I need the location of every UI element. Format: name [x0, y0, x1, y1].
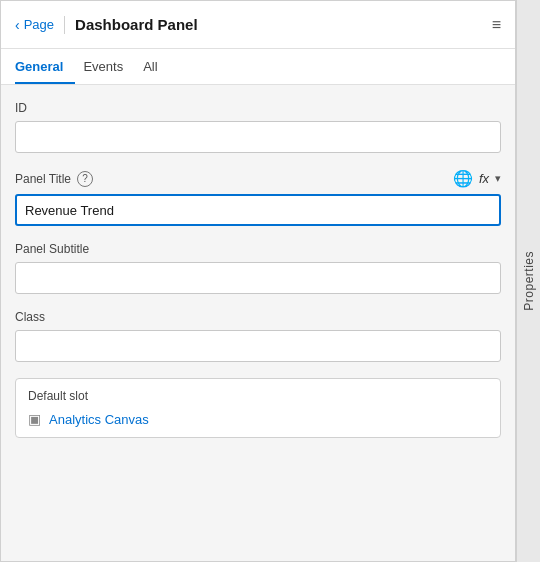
fx-icon[interactable]: fx — [479, 171, 489, 186]
panel-title-field-group: Panel Title ? 🌐 fx ▾ — [15, 169, 501, 226]
panel-title-label-row: Panel Title ? 🌐 fx ▾ — [15, 169, 501, 188]
hamburger-menu-icon[interactable]: ≡ — [492, 16, 501, 34]
globe-icon[interactable]: 🌐 — [453, 169, 473, 188]
default-slot-box: Default slot ▣ Analytics Canvas — [15, 378, 501, 438]
back-chevron-icon: ‹ — [15, 17, 20, 33]
slot-item[interactable]: ▣ Analytics Canvas — [28, 411, 488, 427]
slot-item-icon: ▣ — [28, 411, 41, 427]
tabs-row: General Events All — [1, 49, 515, 85]
class-label: Class — [15, 310, 501, 324]
slot-item-label: Analytics Canvas — [49, 412, 149, 427]
dropdown-arrow-icon[interactable]: ▾ — [495, 172, 501, 185]
header: ‹ Page Dashboard Panel ≡ — [1, 1, 515, 49]
header-divider — [64, 16, 65, 34]
panel-title-actions: 🌐 fx ▾ — [453, 169, 501, 188]
panel-subtitle-label: Panel Subtitle — [15, 242, 501, 256]
content-area: ID Panel Title ? 🌐 fx ▾ Panel Subtitle — [1, 85, 515, 561]
tab-all[interactable]: All — [143, 49, 169, 84]
panel-subtitle-input[interactable] — [15, 262, 501, 294]
tab-events[interactable]: Events — [83, 49, 135, 84]
back-link[interactable]: ‹ Page — [15, 17, 54, 33]
panel-title-input[interactable] — [15, 194, 501, 226]
side-panel: Properties — [516, 0, 540, 562]
page-title: Dashboard Panel — [75, 16, 492, 33]
panel-subtitle-field-group: Panel Subtitle — [15, 242, 501, 294]
class-input[interactable] — [15, 330, 501, 362]
id-field-group: ID — [15, 101, 501, 153]
id-input[interactable] — [15, 121, 501, 153]
side-panel-label: Properties — [522, 251, 536, 311]
back-label: Page — [24, 17, 54, 32]
tab-general[interactable]: General — [15, 49, 75, 84]
help-icon[interactable]: ? — [77, 171, 93, 187]
id-label: ID — [15, 101, 501, 115]
main-panel: ‹ Page Dashboard Panel ≡ General Events … — [0, 0, 516, 562]
slot-title: Default slot — [28, 389, 488, 403]
class-field-group: Class — [15, 310, 501, 362]
